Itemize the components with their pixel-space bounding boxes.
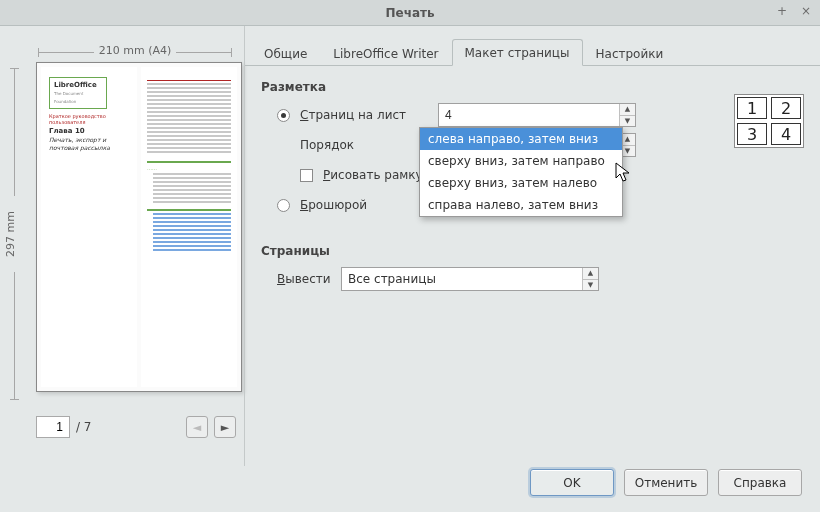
preview-page-1: LibreOffice The Document Foundation Крат… <box>41 67 137 387</box>
dimension-width: 210 mm (A4) <box>38 44 232 60</box>
radio-brochure[interactable] <box>277 199 290 212</box>
tab-writer[interactable]: LibreOffice Writer <box>320 40 451 66</box>
ok-button[interactable]: OK <box>530 469 614 496</box>
next-page-button[interactable]: ► <box>214 416 236 438</box>
combo-up-icon[interactable]: ▲ <box>583 268 598 280</box>
tabs-pane: Общие LibreOffice Writer Макет страницы … <box>244 26 820 466</box>
dialog-buttons: OK Отменить Справка <box>530 469 802 496</box>
window-title: Печать <box>385 6 434 20</box>
brochure-label: Брошюрой <box>300 198 367 212</box>
preview-pane: 210 mm (A4) 297 mm LibreOffice The Docum… <box>0 26 244 466</box>
draw-border-checkbox[interactable] <box>300 169 313 182</box>
order-option-1[interactable]: сверху вниз, затем направо <box>420 150 622 172</box>
page-number-input[interactable] <box>36 416 70 438</box>
page-total-label: / 7 <box>76 420 92 434</box>
draw-border-label: Рисовать рамку в <box>323 168 434 182</box>
section-layout-title: Разметка <box>261 80 804 94</box>
preview-page-2: …… <box>141 67 237 387</box>
close-icon[interactable]: × <box>798 3 814 19</box>
pages-per-sheet-spin[interactable]: ▲▼ <box>438 103 636 127</box>
tab-general[interactable]: Общие <box>251 40 320 66</box>
order-dropdown[interactable]: ▲▼ слева направо, затем вниз сверху вниз… <box>419 127 623 217</box>
output-label: Вывести <box>277 272 331 286</box>
libreoffice-logo: LibreOffice The Document Foundation <box>49 77 107 109</box>
tab-strip: Общие LibreOffice Writer Макет страницы … <box>245 36 820 66</box>
dimension-height: 297 mm <box>6 68 22 400</box>
combo-down-icon[interactable]: ▼ <box>583 280 598 291</box>
cancel-button[interactable]: Отменить <box>624 469 708 496</box>
order-option-2[interactable]: сверху вниз, затем налево <box>420 172 622 194</box>
preview-pager: / 7 ◄ ► <box>36 416 236 438</box>
print-dialog: 210 mm (A4) 297 mm LibreOffice The Docum… <box>0 26 820 512</box>
output-combo[interactable]: Все страницы ▲▼ <box>341 267 599 291</box>
chevron-left-icon: ◄ <box>193 421 201 434</box>
pages-per-sheet-input[interactable] <box>439 108 619 122</box>
prev-page-button[interactable]: ◄ <box>186 416 208 438</box>
radio-pages-per-sheet[interactable] <box>277 109 290 122</box>
order-label: Порядок <box>300 138 428 152</box>
order-option-0[interactable]: слева направо, затем вниз <box>420 128 622 150</box>
pages-per-sheet-label: Страниц на лист <box>300 108 428 122</box>
spin-down-icon[interactable]: ▼ <box>620 116 635 127</box>
page-preview: LibreOffice The Document Foundation Крат… <box>36 62 242 392</box>
order-option-3[interactable]: справа налево, затем вниз <box>420 194 622 216</box>
maximize-icon[interactable]: + <box>774 3 790 19</box>
tab-page-layout[interactable]: Макет страницы <box>452 39 583 66</box>
help-button[interactable]: Справка <box>718 469 802 496</box>
chevron-right-icon: ► <box>221 421 229 434</box>
spin-up-icon[interactable]: ▲ <box>620 104 635 116</box>
section-pages-title: Страницы <box>261 244 804 258</box>
window-titlebar: Печать + × <box>0 0 820 26</box>
order-grid-preview: 1 2 3 4 <box>734 94 804 148</box>
tab-options[interactable]: Настройки <box>583 40 677 66</box>
